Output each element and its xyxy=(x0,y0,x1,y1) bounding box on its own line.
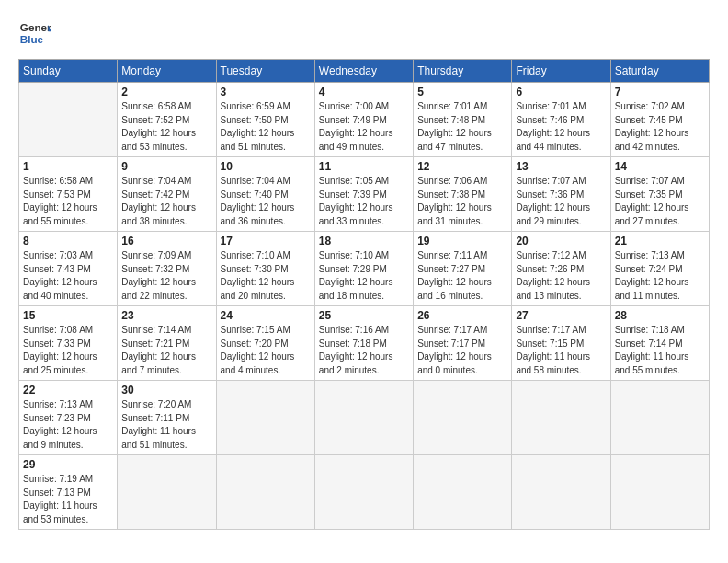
calendar-cell: 24Sunrise: 7:15 AMSunset: 7:20 PMDayligh… xyxy=(216,306,314,381)
calendar-cell xyxy=(512,381,610,455)
calendar-cell xyxy=(216,381,314,455)
calendar-cell: 17Sunrise: 7:10 AMSunset: 7:30 PMDayligh… xyxy=(216,232,314,306)
day-info: Sunrise: 7:11 AMSunset: 7:27 PMDaylight:… xyxy=(417,249,507,303)
svg-text:Blue: Blue xyxy=(20,33,44,45)
day-number: 8 xyxy=(23,235,113,247)
day-number: 12 xyxy=(417,160,507,173)
calendar-cell: 30Sunrise: 7:20 AMSunset: 7:11 PMDayligh… xyxy=(118,381,216,455)
day-number: 17 xyxy=(221,235,311,247)
day-info: Sunrise: 6:58 AMSunset: 7:53 PMDaylight:… xyxy=(23,175,113,228)
header: General Blue xyxy=(18,17,710,50)
col-header-monday: Monday xyxy=(118,60,216,83)
calendar-cell: 11Sunrise: 7:05 AMSunset: 7:39 PMDayligh… xyxy=(314,157,413,232)
col-header-thursday: Thursday xyxy=(414,60,512,83)
calendar-cell: 2Sunrise: 6:58 AMSunset: 7:52 PMDaylight… xyxy=(118,83,216,157)
calendar-cell xyxy=(19,83,118,157)
day-info: Sunrise: 7:00 AMSunset: 7:49 PMDaylight:… xyxy=(319,100,409,154)
day-info: Sunrise: 7:07 AMSunset: 7:35 PMDaylight:… xyxy=(615,175,705,228)
calendar-cell: 12Sunrise: 7:06 AMSunset: 7:38 PMDayligh… xyxy=(414,157,512,232)
calendar-cell: 7Sunrise: 7:02 AMSunset: 7:45 PMDaylight… xyxy=(610,83,709,157)
day-info: Sunrise: 7:14 AMSunset: 7:21 PMDaylight:… xyxy=(121,324,211,377)
calendar-cell: 26Sunrise: 7:17 AMSunset: 7:17 PMDayligh… xyxy=(414,306,512,381)
calendar-cell: 9Sunrise: 7:04 AMSunset: 7:42 PMDaylight… xyxy=(118,157,216,232)
day-number: 20 xyxy=(516,235,606,247)
day-info: Sunrise: 7:16 AMSunset: 7:18 PMDaylight:… xyxy=(319,324,409,377)
day-info: Sunrise: 7:06 AMSunset: 7:38 PMDaylight:… xyxy=(417,175,507,228)
day-info: Sunrise: 7:05 AMSunset: 7:39 PMDaylight:… xyxy=(319,175,409,228)
calendar-cell xyxy=(610,381,709,455)
calendar-cell xyxy=(414,381,512,455)
col-header-saturday: Saturday xyxy=(610,60,709,83)
day-info: Sunrise: 7:04 AMSunset: 7:40 PMDaylight:… xyxy=(221,175,311,228)
day-info: Sunrise: 7:01 AMSunset: 7:48 PMDaylight:… xyxy=(417,100,507,154)
calendar-cell: 18Sunrise: 7:10 AMSunset: 7:29 PMDayligh… xyxy=(314,232,413,306)
day-number: 5 xyxy=(417,86,507,98)
col-header-friday: Friday xyxy=(512,60,610,83)
day-info: Sunrise: 7:15 AMSunset: 7:20 PMDaylight:… xyxy=(221,324,311,377)
page: General Blue SundayMondayTuesdayWednesda… xyxy=(0,0,728,539)
day-number: 19 xyxy=(417,235,507,247)
day-info: Sunrise: 7:04 AMSunset: 7:42 PMDaylight:… xyxy=(121,175,211,228)
calendar-cell: 20Sunrise: 7:12 AMSunset: 7:26 PMDayligh… xyxy=(512,232,610,306)
calendar-cell xyxy=(216,455,314,530)
day-info: Sunrise: 7:20 AMSunset: 7:11 PMDaylight:… xyxy=(121,398,211,452)
day-info: Sunrise: 7:13 AMSunset: 7:23 PMDaylight:… xyxy=(23,398,113,452)
calendar-cell: 29Sunrise: 7:19 AMSunset: 7:13 PMDayligh… xyxy=(19,455,118,530)
calendar-cell: 10Sunrise: 7:04 AMSunset: 7:40 PMDayligh… xyxy=(216,157,314,232)
col-header-wednesday: Wednesday xyxy=(314,60,413,83)
day-info: Sunrise: 7:10 AMSunset: 7:30 PMDaylight:… xyxy=(221,249,311,303)
day-number: 15 xyxy=(23,309,113,322)
day-number: 10 xyxy=(221,160,311,173)
day-info: Sunrise: 7:19 AMSunset: 7:13 PMDaylight:… xyxy=(23,473,113,526)
calendar-cell: 16Sunrise: 7:09 AMSunset: 7:32 PMDayligh… xyxy=(118,232,216,306)
calendar-cell: 14Sunrise: 7:07 AMSunset: 7:35 PMDayligh… xyxy=(610,157,709,232)
day-number: 29 xyxy=(23,458,113,471)
day-number: 26 xyxy=(417,309,507,322)
day-info: Sunrise: 6:58 AMSunset: 7:52 PMDaylight:… xyxy=(121,100,211,154)
calendar-cell: 28Sunrise: 7:18 AMSunset: 7:14 PMDayligh… xyxy=(610,306,709,381)
calendar-cell xyxy=(414,455,512,530)
day-number: 13 xyxy=(516,160,606,173)
day-info: Sunrise: 7:02 AMSunset: 7:45 PMDaylight:… xyxy=(615,100,705,154)
day-number: 28 xyxy=(615,309,705,322)
day-number: 3 xyxy=(221,86,311,98)
calendar-cell xyxy=(512,455,610,530)
calendar-cell: 13Sunrise: 7:07 AMSunset: 7:36 PMDayligh… xyxy=(512,157,610,232)
calendar-cell: 27Sunrise: 7:17 AMSunset: 7:15 PMDayligh… xyxy=(512,306,610,381)
col-header-sunday: Sunday xyxy=(19,60,118,83)
calendar-cell xyxy=(314,381,413,455)
svg-text:General: General xyxy=(20,21,51,33)
day-info: Sunrise: 6:59 AMSunset: 7:50 PMDaylight:… xyxy=(221,100,311,154)
calendar-cell: 22Sunrise: 7:13 AMSunset: 7:23 PMDayligh… xyxy=(19,381,118,455)
day-info: Sunrise: 7:10 AMSunset: 7:29 PMDaylight:… xyxy=(319,249,409,303)
calendar-table: SundayMondayTuesdayWednesdayThursdayFrid… xyxy=(18,59,710,530)
day-number: 21 xyxy=(615,235,705,247)
col-header-tuesday: Tuesday xyxy=(216,60,314,83)
calendar-cell: 5Sunrise: 7:01 AMSunset: 7:48 PMDaylight… xyxy=(414,83,512,157)
day-number: 7 xyxy=(615,86,705,98)
calendar-cell: 19Sunrise: 7:11 AMSunset: 7:27 PMDayligh… xyxy=(414,232,512,306)
calendar-cell: 6Sunrise: 7:01 AMSunset: 7:46 PMDaylight… xyxy=(512,83,610,157)
day-number: 16 xyxy=(121,235,211,247)
day-number: 9 xyxy=(121,160,211,173)
day-info: Sunrise: 7:18 AMSunset: 7:14 PMDaylight:… xyxy=(615,324,705,377)
day-number: 24 xyxy=(221,309,311,322)
calendar-cell: 1Sunrise: 6:58 AMSunset: 7:53 PMDaylight… xyxy=(19,157,118,232)
calendar-cell xyxy=(314,455,413,530)
day-number: 22 xyxy=(23,384,113,396)
day-info: Sunrise: 7:09 AMSunset: 7:32 PMDaylight:… xyxy=(121,249,211,303)
day-info: Sunrise: 7:01 AMSunset: 7:46 PMDaylight:… xyxy=(516,100,606,154)
day-info: Sunrise: 7:03 AMSunset: 7:43 PMDaylight:… xyxy=(23,249,113,303)
day-info: Sunrise: 7:08 AMSunset: 7:33 PMDaylight:… xyxy=(23,324,113,377)
day-info: Sunrise: 7:17 AMSunset: 7:15 PMDaylight:… xyxy=(516,324,606,377)
calendar-cell: 15Sunrise: 7:08 AMSunset: 7:33 PMDayligh… xyxy=(19,306,118,381)
day-number: 6 xyxy=(516,86,606,98)
calendar-cell: 3Sunrise: 6:59 AMSunset: 7:50 PMDaylight… xyxy=(216,83,314,157)
day-info: Sunrise: 7:17 AMSunset: 7:17 PMDaylight:… xyxy=(417,324,507,377)
day-number: 1 xyxy=(23,160,113,173)
calendar-cell: 4Sunrise: 7:00 AMSunset: 7:49 PMDaylight… xyxy=(314,83,413,157)
day-number: 25 xyxy=(319,309,409,322)
calendar-cell: 8Sunrise: 7:03 AMSunset: 7:43 PMDaylight… xyxy=(19,232,118,306)
day-number: 4 xyxy=(319,86,409,98)
calendar-cell xyxy=(118,455,216,530)
